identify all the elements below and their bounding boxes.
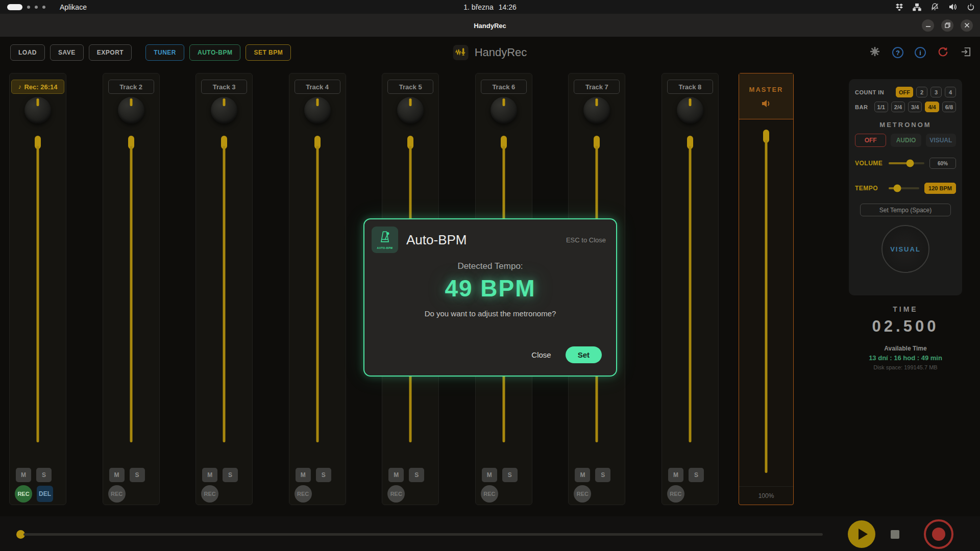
set-tempo-button[interactable]: Set Tempo (Space) <box>860 204 951 216</box>
mute-button[interactable]: M <box>575 468 590 482</box>
mute-button[interactable]: M <box>668 468 683 482</box>
bar-option[interactable]: 6/8 <box>942 102 956 112</box>
maximize-button[interactable] <box>941 19 953 32</box>
play-button[interactable] <box>848 520 875 548</box>
volume-fader[interactable] <box>221 136 227 442</box>
dialog-set-button[interactable]: Set <box>566 346 602 363</box>
volume-icon[interactable] <box>948 3 958 11</box>
auto-bpm-button[interactable]: AUTO-BPM <box>189 44 240 61</box>
stop-button[interactable] <box>891 530 899 539</box>
export-button[interactable]: EXPORT <box>89 44 132 61</box>
gain-knob[interactable] <box>491 97 517 123</box>
track-label[interactable]: Track 6 <box>481 80 527 94</box>
workspace-dot[interactable] <box>27 6 30 9</box>
mute-button[interactable]: M <box>202 468 217 482</box>
track-label[interactable]: Track 5 <box>387 80 433 94</box>
help-icon[interactable]: ? <box>892 47 903 58</box>
record-arm-button[interactable]: REC <box>295 485 312 503</box>
bar-option[interactable]: 3/4 <box>908 102 922 112</box>
record-arm-button[interactable]: REC <box>481 485 498 503</box>
record-arm-button[interactable]: REC <box>667 485 684 503</box>
count-in-option[interactable]: 2 <box>916 87 927 97</box>
solo-button[interactable]: S <box>502 468 518 482</box>
count-in-option[interactable]: 4 <box>945 87 956 97</box>
solo-button[interactable]: S <box>316 468 331 482</box>
gain-knob[interactable] <box>583 97 610 123</box>
track-label[interactable]: Track 3 <box>201 80 247 94</box>
info-icon[interactable]: i <box>915 47 926 58</box>
record-arm-button[interactable]: REC <box>387 485 405 503</box>
reset-icon[interactable] <box>937 46 949 60</box>
track-label[interactable]: Track 2 <box>108 80 154 94</box>
activities-menu[interactable]: Aplikace <box>60 3 87 11</box>
track-strip: Track 4MSREC <box>289 73 346 505</box>
bar-option[interactable]: 4/4 <box>925 102 939 112</box>
mute-button[interactable]: M <box>388 468 404 482</box>
tempo-slider[interactable] <box>889 187 919 189</box>
record-arm-button[interactable]: REC <box>574 485 591 503</box>
timeline-track[interactable] <box>23 533 823 536</box>
mute-button[interactable]: M <box>296 468 311 482</box>
gain-knob[interactable] <box>304 97 331 123</box>
solo-button[interactable]: S <box>689 468 704 482</box>
network-icon[interactable] <box>913 3 921 11</box>
bar-option[interactable]: 1/1 <box>874 102 888 112</box>
notifications-off-icon[interactable] <box>930 3 939 11</box>
dropbox-icon[interactable] <box>895 3 903 11</box>
track-label[interactable]: ♪Rec: 26:14 <box>11 80 64 94</box>
settings-gear-icon[interactable] <box>869 45 881 60</box>
system-clock[interactable]: 1. března 14:26 <box>463 3 516 11</box>
track-label[interactable]: Track 4 <box>295 80 340 94</box>
workspace-dot[interactable] <box>42 6 45 9</box>
track-label[interactable]: Track 7 <box>574 80 620 94</box>
mute-button[interactable]: M <box>482 468 497 482</box>
track-label[interactable]: Track 8 <box>667 80 713 94</box>
volume-slider-handle[interactable] <box>906 160 914 167</box>
metronome-mode-audio[interactable]: AUDIO <box>891 134 921 147</box>
record-arm-button[interactable]: REC <box>15 485 32 503</box>
exit-icon[interactable] <box>960 46 972 60</box>
solo-button[interactable]: S <box>409 468 424 482</box>
gain-knob[interactable] <box>397 97 424 123</box>
volume-fader[interactable] <box>35 136 41 442</box>
tuner-button[interactable]: TUNER <box>145 44 184 61</box>
metronome-mode-off[interactable]: OFF <box>855 134 886 147</box>
workspace-dot[interactable] <box>35 6 38 9</box>
metronome-volume-slider[interactable] <box>889 162 924 164</box>
record-button[interactable] <box>924 519 953 549</box>
bar-option[interactable]: 2/4 <box>891 102 905 112</box>
master-volume-icon[interactable] <box>739 98 793 109</box>
mute-button[interactable]: M <box>109 468 125 482</box>
close-button[interactable] <box>961 19 973 32</box>
record-arm-button[interactable]: REC <box>108 485 126 503</box>
metronome-mode-row: OFFAUDIOVISUAL <box>855 134 956 147</box>
gain-knob[interactable] <box>677 97 703 123</box>
record-arm-button[interactable]: REC <box>201 485 218 503</box>
count-in-option[interactable]: 3 <box>930 87 942 97</box>
solo-button[interactable]: S <box>36 468 52 482</box>
solo-button[interactable]: S <box>223 468 238 482</box>
gain-knob[interactable] <box>118 97 144 123</box>
volume-fader[interactable] <box>687 136 693 442</box>
workspace-pill[interactable] <box>7 4 22 10</box>
solo-button[interactable]: S <box>130 468 145 482</box>
system-tray[interactable] <box>895 3 975 11</box>
count-in-option[interactable]: OFF <box>896 87 913 97</box>
save-button[interactable]: SAVE <box>50 44 84 61</box>
delete-button[interactable]: DEL <box>37 486 53 502</box>
system-bar: Aplikace 1. března 14:26 <box>0 0 980 14</box>
minimize-button[interactable] <box>922 19 934 32</box>
dialog-close-button[interactable]: Close <box>531 350 551 359</box>
load-button[interactable]: LOAD <box>10 44 45 61</box>
gain-knob[interactable] <box>211 97 237 123</box>
volume-fader[interactable] <box>314 136 321 442</box>
gain-knob[interactable] <box>24 97 51 123</box>
power-icon[interactable] <box>967 3 975 11</box>
metronome-mode-visual[interactable]: VISUAL <box>926 134 956 147</box>
master-fader[interactable] <box>763 130 769 473</box>
tempo-slider-handle[interactable] <box>893 185 901 192</box>
solo-button[interactable]: S <box>595 468 610 482</box>
volume-fader[interactable] <box>128 136 134 442</box>
mute-button[interactable]: M <box>16 468 31 482</box>
set-bpm-button[interactable]: SET BPM <box>246 44 291 61</box>
